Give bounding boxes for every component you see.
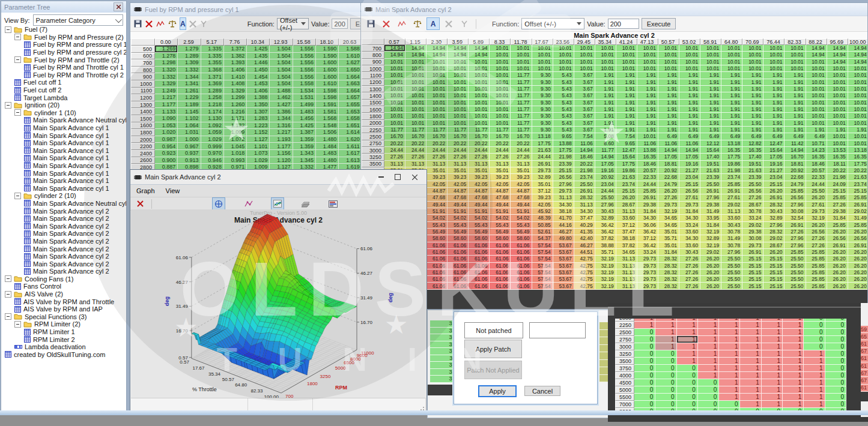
table-cell[interactable]: 1.91: [742, 79, 763, 86]
table-cell[interactable]: 1.053: [155, 122, 178, 130]
table-cell[interactable]: 9.65: [553, 133, 574, 140]
table-cell[interactable]: 1.91: [595, 92, 616, 99]
table-cell[interactable]: 1.345: [293, 157, 316, 164]
table-cell[interactable]: 27.96: [785, 202, 806, 208]
table-cell[interactable]: 26.91: [574, 188, 595, 194]
table-cell[interactable]: 1.425: [293, 122, 316, 130]
table-cell[interactable]: 1: [740, 365, 761, 372]
table-cell[interactable]: 17.05: [763, 154, 785, 160]
row-header[interactable]: 2000: [131, 136, 155, 143]
table-cell[interactable]: 26.20: [827, 276, 848, 283]
table-cell[interactable]: 1.223: [247, 122, 270, 130]
table-cell[interactable]: 14.94: [827, 52, 848, 58]
table-cell[interactable]: 26.91: [532, 161, 553, 167]
table-cell[interactable]: 1: [719, 350, 740, 358]
table-cell[interactable]: 1.329: [155, 80, 178, 88]
table-cell[interactable]: 25.15: [616, 188, 637, 194]
table-cell[interactable]: 10.01: [848, 65, 868, 72]
table-cell[interactable]: 1.388: [247, 94, 270, 101]
table-cell[interactable]: 1.663: [339, 80, 362, 88]
table-cell[interactable]: 1.91: [658, 86, 679, 92]
table-cell[interactable]: 26.20: [848, 249, 868, 256]
collapse-icon[interactable]: [5, 275, 11, 282]
tree-item[interactable]: Fuel by RPM and Throttle cyl 2: [1, 71, 126, 79]
table-cell[interactable]: 1: [677, 358, 698, 365]
column-header[interactable]: 1.15: [405, 38, 426, 45]
table-cell[interactable]: 42.75: [574, 283, 595, 289]
table-cell[interactable]: 13.88: [553, 140, 574, 147]
table-cell[interactable]: 49.44: [490, 202, 511, 208]
table-cell[interactable]: 10.01: [469, 92, 490, 99]
table-cell[interactable]: 31.13: [616, 276, 637, 283]
table-cell[interactable]: 10.01: [405, 106, 426, 113]
table-cell[interactable]: 10.01: [553, 59, 574, 65]
table-cell[interactable]: 0: [655, 401, 676, 408]
column-header[interactable]: 70.69: [742, 38, 763, 45]
table-cell[interactable]: 16.70: [490, 133, 511, 140]
table-cell[interactable]: 1: [740, 379, 761, 386]
table-cell[interactable]: 0: [655, 365, 676, 372]
table-cell[interactable]: 10.01: [384, 106, 405, 113]
table-cell[interactable]: 1.504: [270, 67, 293, 74]
row-header[interactable]: 900: [362, 59, 384, 65]
table-cell[interactable]: 1.590: [316, 46, 339, 53]
table-cell[interactable]: 61.06: [426, 249, 448, 256]
table-cell[interactable]: 61.06: [490, 256, 511, 262]
table-cell[interactable]: 11.77: [511, 100, 532, 106]
flag-grid[interactable]: 2000111111110022501111111100250001111111…: [615, 319, 847, 417]
table-cell[interactable]: 31.13: [448, 161, 469, 167]
table-cell[interactable]: 31.49: [721, 235, 742, 242]
table-cell[interactable]: 10.01: [616, 65, 637, 72]
table-cell[interactable]: 17.40: [742, 154, 763, 160]
table-cell[interactable]: 10.01: [679, 45, 700, 52]
table-cell[interactable]: 31.84: [827, 215, 848, 221]
collapse-icon[interactable]: [5, 26, 11, 33]
table-cell[interactable]: 24.44: [532, 154, 553, 160]
table-cell[interactable]: 55.43: [448, 222, 469, 229]
table-cell[interactable]: 1.91: [700, 100, 721, 106]
table-cell[interactable]: 1.483: [293, 108, 316, 115]
table-cell[interactable]: 65: [861, 333, 868, 340]
table-cell[interactable]: 1: [719, 394, 740, 401]
table-cell[interactable]: 10.01: [384, 100, 405, 106]
table-cell[interactable]: 42.75: [574, 276, 595, 283]
table-cell[interactable]: 55.43: [469, 222, 490, 229]
table-cell[interactable]: 1.91: [742, 100, 763, 106]
table-cell[interactable]: 1: [762, 358, 783, 365]
table-cell[interactable]: 9.30: [532, 79, 553, 86]
table-cell[interactable]: 56.49: [490, 229, 511, 235]
table-cell[interactable]: 36.42: [595, 229, 616, 235]
table-cell[interactable]: 14.94: [785, 147, 806, 154]
table-cell[interactable]: 24.44: [637, 181, 658, 188]
table-cell[interactable]: 25.15: [763, 181, 785, 188]
maximize-icon[interactable]: [389, 171, 406, 183]
table-cell[interactable]: 1: [762, 336, 783, 343]
table-cell[interactable]: 23.39: [553, 161, 574, 167]
row-header[interactable]: 1600: [362, 106, 384, 113]
table-cell[interactable]: 28.67: [742, 202, 763, 208]
table-cell[interactable]: 17.75: [553, 147, 574, 154]
table-cell[interactable]: 1.249: [155, 88, 178, 95]
column-header[interactable]: 10.34: [247, 38, 270, 46]
row-header[interactable]: 1300: [362, 86, 384, 92]
table-cell[interactable]: 1: [804, 386, 825, 394]
table-cell[interactable]: 44.87: [490, 188, 511, 194]
table-cell[interactable]: 10.01: [405, 79, 426, 86]
table-cell[interactable]: 1.651: [339, 122, 362, 130]
table-cell[interactable]: 10.01: [721, 45, 742, 52]
table-cell[interactable]: 1.450: [247, 67, 270, 74]
table-cell[interactable]: 1.91: [595, 120, 616, 127]
table-cell[interactable]: 11.77: [595, 147, 616, 154]
column-header[interactable]: 5.17: [201, 38, 224, 46]
table-cell[interactable]: 1.408: [224, 80, 247, 88]
table-cell[interactable]: 1.91: [679, 86, 700, 92]
table-cell[interactable]: 1.91: [679, 106, 700, 113]
table-cell[interactable]: 1: [719, 358, 740, 365]
table-cell[interactable]: 9.65: [616, 140, 637, 147]
table-cell[interactable]: 1.91: [763, 92, 785, 99]
table-cell[interactable]: 1.152: [247, 129, 270, 136]
table-cell[interactable]: 26.20: [700, 276, 721, 283]
table-cell[interactable]: 10.01: [553, 52, 574, 58]
table-cell[interactable]: 31.84: [679, 208, 700, 215]
table-cell[interactable]: 1: [698, 350, 719, 358]
